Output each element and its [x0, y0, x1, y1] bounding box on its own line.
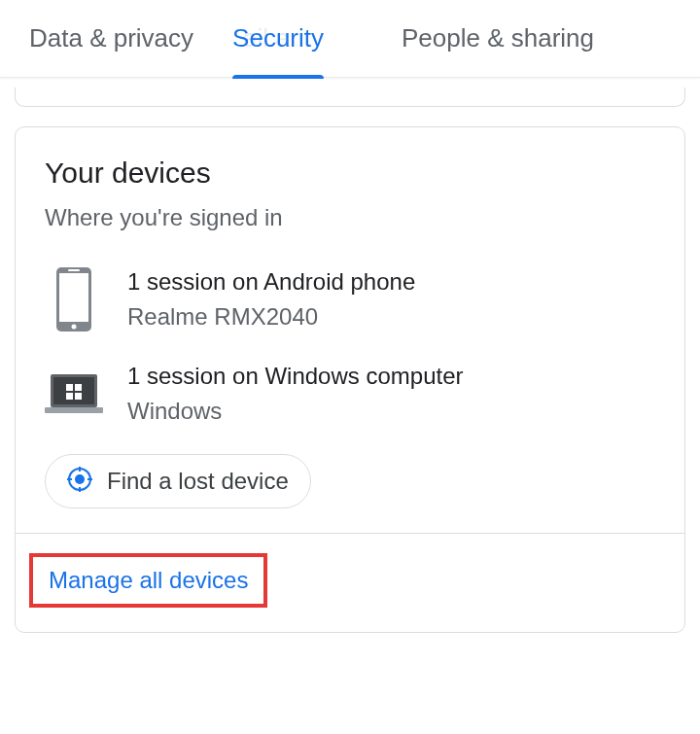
- svg-point-2: [72, 325, 77, 330]
- find-lost-device-label: Find a lost device: [107, 468, 289, 495]
- device-info: 1 session on Android phone Realme RMX204…: [127, 268, 655, 331]
- device-sub: Realme RMX2040: [127, 303, 655, 331]
- svg-rect-6: [45, 407, 103, 413]
- device-info: 1 session on Windows computer Windows: [127, 363, 655, 425]
- manage-all-devices-link[interactable]: Manage all devices: [29, 553, 267, 608]
- find-lost-device-button[interactable]: Find a lost device: [45, 454, 311, 508]
- tab-data-privacy[interactable]: Data & privacy: [10, 0, 213, 77]
- card-subtitle: Where you're signed in: [45, 204, 655, 231]
- tabs-bar: ail a Data & privacy Security People & s…: [0, 0, 700, 78]
- card-footer: Manage all devices: [16, 533, 684, 632]
- device-sub: Windows: [127, 398, 655, 425]
- previous-card-edge: [15, 87, 685, 107]
- svg-rect-3: [68, 269, 80, 271]
- target-icon: [67, 467, 92, 496]
- device-title: 1 session on Android phone: [127, 268, 655, 296]
- device-row-windows[interactable]: 1 session on Windows computer Windows: [45, 363, 655, 425]
- svg-rect-7: [66, 384, 73, 391]
- laptop-icon: [45, 372, 103, 416]
- svg-rect-10: [75, 393, 82, 400]
- device-title: 1 session on Windows computer: [127, 363, 655, 390]
- svg-rect-1: [59, 273, 88, 322]
- device-row-android[interactable]: 1 session on Android phone Realme RMX204…: [45, 265, 655, 333]
- tab-people-sharing[interactable]: People & sharing: [382, 0, 613, 77]
- svg-rect-8: [75, 384, 82, 391]
- tab-security[interactable]: Security: [213, 0, 343, 77]
- svg-rect-9: [66, 393, 73, 400]
- svg-point-12: [75, 474, 85, 484]
- card-body: Your devices Where you're signed in 1 se…: [16, 127, 684, 533]
- card-title: Your devices: [45, 157, 655, 190]
- your-devices-card: Your devices Where you're signed in 1 se…: [15, 126, 685, 633]
- phone-icon: [45, 265, 103, 333]
- content-area: Your devices Where you're signed in 1 se…: [0, 78, 700, 643]
- svg-rect-5: [53, 377, 94, 404]
